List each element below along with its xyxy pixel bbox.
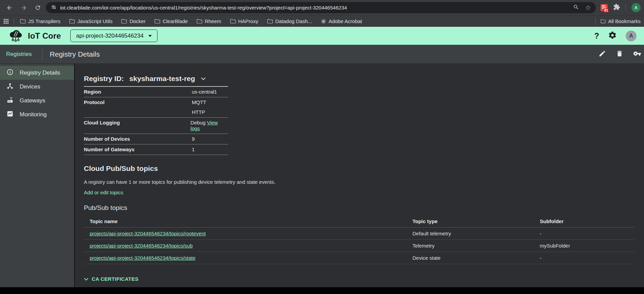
main-content: Registry ID: skysharma-test-reg Region u…	[75, 64, 644, 287]
table-row: projects/api-project-320446546234/topics…	[84, 240, 634, 252]
pubsub-description: A registry can have 1 or more topics for…	[84, 179, 644, 185]
bookmark-folder-docker[interactable]: Docker	[121, 18, 146, 24]
registry-id-value: skysharma-test-reg	[129, 75, 195, 83]
detail-value: 9	[192, 136, 195, 142]
bookmark-folder-datadog[interactable]: Datadog Dash...	[267, 18, 312, 24]
extensions-puzzle-icon[interactable]	[613, 3, 620, 12]
pubsub-topics-table: Topic name Topic type Subfolder projects…	[84, 216, 634, 264]
detail-row-num-gateways: Number of Gateways 1	[84, 144, 228, 155]
detail-row-num-devices: Number of Devices 9	[84, 134, 228, 144]
bookmark-folder-clearblade[interactable]: ClearBlade	[154, 18, 188, 24]
help-icon[interactable]: ?	[594, 31, 599, 41]
all-bookmarks-button[interactable]: All Bookmarks	[601, 18, 641, 24]
bookmark-label: Docker	[129, 18, 146, 24]
monitoring-chart-icon	[6, 110, 14, 119]
sidebar-item-gateways[interactable]: Gateways	[0, 94, 74, 107]
table-row: projects/api-project-320446546234/topics…	[84, 252, 634, 264]
apps-grid-icon[interactable]	[3, 19, 9, 24]
extension-icon[interactable]: 81	[601, 4, 608, 11]
bookmarks-divider	[14, 18, 14, 25]
toolbar-divider	[42, 48, 42, 60]
bookmarks-bar: JS Transpilers JavaScript Utils Docker C…	[0, 15, 644, 27]
table-header-row: Topic name Topic type Subfolder	[84, 216, 634, 228]
sidebar-item-registry-details[interactable]: Registry Details	[0, 66, 74, 80]
bookmark-label: Adobe Acrobat	[329, 18, 362, 24]
sidebar-item-devices[interactable]: Devices	[0, 80, 74, 94]
protocol-mqtt: MQTT	[192, 99, 206, 105]
router-icon	[6, 96, 14, 105]
app-title: IoT Core	[28, 31, 61, 41]
settings-gear-icon[interactable]	[608, 31, 617, 41]
logging-level: Debug	[190, 120, 205, 125]
app-header: IoT Core api-project-320446546234 ? A	[0, 27, 644, 45]
topic-subfolder: -	[540, 231, 634, 236]
project-selector[interactable]: api-project-320446546234	[70, 30, 158, 42]
page-title: Registry Details	[50, 50, 100, 58]
sidebar-item-label: Registry Details	[20, 70, 60, 76]
bookmark-folder-js-transpilers[interactable]: JS Transpilers	[20, 18, 60, 24]
detail-label: Region	[84, 89, 192, 95]
ca-certificates-label: CA CERTIFICATES	[92, 276, 139, 282]
bookmark-label: Rheem	[205, 18, 221, 24]
bookmark-label: JS Transpilers	[28, 18, 60, 24]
bookmark-label: Datadog Dash...	[275, 18, 312, 24]
url-bar[interactable]: iot.clearblade.com/iot-core/app/location…	[46, 2, 596, 13]
breadcrumb-registries[interactable]: Registries	[6, 51, 32, 58]
column-header-subfolder: Subfolder	[540, 218, 634, 224]
topic-link[interactable]: projects/api-project-320446546234/topics…	[90, 231, 206, 236]
topic-link[interactable]: projects/api-project-320446546234/topics…	[90, 243, 193, 249]
topic-subfolder: -	[540, 255, 634, 261]
detail-value: Debug View logs	[190, 120, 228, 131]
bookmark-star-icon[interactable]: ☆	[585, 4, 591, 11]
forward-icon[interactable]	[20, 4, 27, 11]
all-bookmarks-divider	[595, 18, 596, 25]
bookmark-label: HAProxy	[238, 18, 258, 24]
bookmark-label: ClearBlade	[163, 18, 188, 24]
caret-down-icon	[148, 35, 152, 37]
all-bookmarks-label: All Bookmarks	[608, 18, 641, 24]
detail-value: 1	[192, 146, 195, 152]
detail-label: Protocol	[84, 99, 192, 105]
info-icon	[6, 68, 14, 77]
edit-pencil-icon[interactable]	[599, 50, 606, 59]
add-edit-topics-link[interactable]: Add or edit topics	[84, 190, 123, 195]
device-hub-icon	[6, 82, 14, 91]
header-avatar[interactable]: A	[626, 31, 637, 41]
pubsub-table-heading: Pub/Sub topics	[84, 204, 644, 212]
detail-label: Cloud Logging	[84, 120, 190, 125]
topic-link[interactable]: projects/api-project-320446546234/topics…	[90, 255, 196, 261]
sidebar-item-monitoring[interactable]: Monitoring	[0, 107, 74, 121]
sidebar: Registry Details Devices Gateways Monito…	[0, 64, 74, 287]
column-header-topic-name: Topic name	[84, 218, 412, 224]
url-text[interactable]: iot.clearblade.com/iot-core/app/location…	[60, 5, 570, 11]
browser-toolbar: iot.clearblade.com/iot-core/app/location…	[0, 0, 644, 15]
bookmark-label: JavaScript Utils	[77, 18, 112, 24]
detail-value: MQTT HTTP	[192, 99, 206, 115]
chevron-down-icon[interactable]	[201, 77, 206, 80]
reload-icon[interactable]	[35, 4, 41, 11]
site-settings-icon[interactable]	[51, 4, 57, 12]
ca-certificates-expander[interactable]: CA CERTIFICATES	[84, 276, 644, 282]
project-selector-value: api-project-320446546234	[76, 33, 144, 39]
key-icon[interactable]	[633, 50, 641, 59]
bookmark-folder-javascript-utils[interactable]: JavaScript Utils	[69, 18, 112, 24]
detail-row-region: Region us-central1	[84, 87, 228, 97]
browser-avatar[interactable]: A	[631, 3, 641, 12]
table-row: projects/api-project-320446546234/topics…	[84, 228, 634, 240]
iot-core-logo-icon	[8, 28, 23, 44]
chrome-divider	[626, 4, 626, 11]
registry-id-label: Registry ID:	[84, 75, 124, 83]
topic-type: Telemetry	[412, 243, 540, 249]
delete-trash-icon[interactable]	[616, 50, 623, 59]
zoom-magnifier-icon[interactable]	[573, 4, 579, 12]
expand-chevron-icon	[84, 276, 89, 282]
back-icon[interactable]	[6, 4, 13, 11]
sidebar-item-label: Gateways	[20, 97, 45, 104]
bookmark-folder-rheem[interactable]: Rheem	[197, 18, 221, 24]
detail-label: Number of Gateways	[84, 146, 192, 152]
pubsub-section-heading: Cloud Pub/Sub topics	[84, 164, 644, 173]
bookmark-folder-haproxy[interactable]: HAProxy	[230, 18, 258, 24]
topic-type: Device state	[412, 255, 540, 261]
screen: iot.clearblade.com/iot-core/app/location…	[0, 0, 644, 294]
bookmark-adobe-acrobat[interactable]: Adobe Acrobat	[321, 18, 362, 24]
